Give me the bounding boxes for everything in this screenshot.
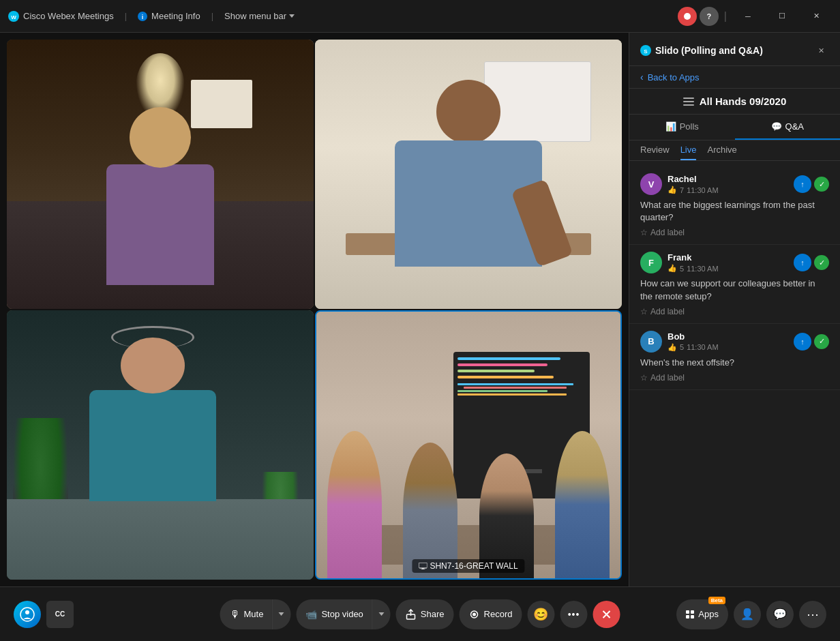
record-label: Record [484, 609, 513, 619]
minimize-icon: ─ [745, 12, 751, 20]
subtab-review[interactable]: Review [640, 145, 670, 160]
video-cell-1 [7, 40, 314, 309]
toolbar-right: Apps Beta 👤 💬 ⋯ [676, 599, 826, 629]
win-separator: | [724, 10, 727, 23]
app-name: W Cisco Webex Meetings [8, 11, 114, 22]
qa-list: V Rachel 👍 7 11:30 AM ↑ [629, 161, 840, 586]
webex-assistant-btn[interactable] [14, 601, 41, 628]
toolbar: CC 🎙 Mute 📹 Stop video [0, 586, 840, 641]
help-icon-btn[interactable]: ? [700, 7, 719, 26]
back-to-apps-btn[interactable]: ‹ Back to Apps [629, 66, 840, 89]
mute-btn-group: 🎙 Mute [220, 599, 291, 629]
qa-item-3: B Bob 👍 5 11:30 AM ↑ [629, 324, 840, 390]
hamburger-line1 [683, 98, 694, 99]
add-label-btn-3[interactable]: ☆ Add label [640, 373, 829, 383]
qa-time-3: 11:30 AM [687, 343, 718, 351]
tab-polls[interactable]: 📊 Polls [629, 115, 735, 140]
main-content: SHN7-16-GREAT WALL S Slido (Polling and … [0, 33, 840, 586]
people-icon: 👤 [740, 608, 754, 621]
back-to-apps-label: Back to Apps [648, 72, 700, 83]
add-label-btn-1[interactable]: ☆ Add label [640, 228, 829, 237]
qa-item-1-header: V Rachel 👍 7 11:30 AM ↑ [640, 173, 829, 195]
hamburger-line2 [683, 101, 694, 102]
titlebar-left: W Cisco Webex Meetings | i Meeting Info … [8, 11, 678, 22]
panel-header: S Slido (Polling and Q&A) ✕ [629, 33, 840, 66]
apps-btn[interactable]: Apps Beta [676, 599, 728, 629]
separator1: | [125, 11, 127, 21]
panel-close-btn[interactable]: ✕ [813, 42, 829, 59]
add-label-text-2: Add label [650, 307, 685, 316]
show-menu-label: Show menu bar [224, 11, 286, 21]
video-btn-group: 📹 Stop video [296, 599, 390, 629]
qa-item-3-header: B Bob 👍 5 11:30 AM ↑ [640, 331, 829, 353]
upvote-btn-1[interactable]: ↑ [794, 175, 811, 193]
qa-name-time-1: Rachel 👍 7 11:30 AM [668, 174, 794, 194]
beta-badge: Beta [708, 597, 725, 604]
check-btn-2[interactable]: ✓ [814, 255, 829, 270]
meeting-info-btn[interactable]: i Meeting Info [138, 11, 200, 21]
close-btn[interactable]: ✕ [800, 5, 832, 27]
apps-label: Apps [698, 609, 719, 619]
mute-chevron-btn[interactable] [271, 599, 290, 629]
video-grid: SHN7-16-GREAT WALL [0, 33, 629, 586]
toolbar-center: 🎙 Mute 📹 Stop video [220, 599, 620, 629]
check-icon-1: ✓ [819, 180, 825, 189]
polls-icon: 📊 [665, 121, 676, 132]
maximize-icon: ☐ [779, 12, 785, 20]
more-options-btn[interactable]: ⋯ [799, 601, 826, 628]
chat-btn[interactable]: 💬 [766, 601, 794, 628]
stop-video-btn[interactable]: 📹 Stop video [296, 599, 371, 629]
minimize-btn[interactable]: ─ [732, 5, 764, 27]
qa-name-time-2: Frank 👍 5 11:30 AM [668, 252, 794, 273]
star-icon-3: ☆ [640, 373, 648, 383]
reactions-btn[interactable]: 😊 [527, 601, 554, 628]
qa-time-2: 11:30 AM [687, 265, 718, 273]
titlebar: W Cisco Webex Meetings | i Meeting Info … [0, 0, 840, 33]
hamburger-menu-btn[interactable] [683, 98, 694, 106]
mic-icon: 🎙 [230, 608, 240, 620]
record-btn[interactable]: Record [460, 599, 522, 629]
maximize-btn[interactable]: ☐ [766, 5, 798, 27]
apps-grid-icon [686, 610, 694, 618]
check-btn-1[interactable]: ✓ [814, 177, 829, 192]
qa-avatar-2: F [640, 252, 662, 273]
video-cell-2 [315, 40, 622, 309]
add-label-text-1: Add label [650, 228, 685, 237]
upvote-icon-3: ↑ [800, 338, 805, 346]
qa-question-2: How can we support our colleagues better… [640, 278, 829, 302]
record-dot-icon [684, 13, 691, 20]
meeting-name: All Hands 09/2020 [700, 95, 787, 107]
svg-text:S: S [644, 48, 648, 55]
captions-btn[interactable]: CC [46, 601, 74, 628]
thumbs-up-icon-2: 👍 [668, 264, 677, 273]
upvote-icon-1: ↑ [800, 180, 805, 188]
participants-btn[interactable]: 👤 [734, 601, 761, 628]
video-cell-4-label: SHN7-16-GREAT WALL [412, 559, 524, 573]
more-btn[interactable]: ••• [560, 601, 587, 628]
video-chevron-icon [378, 612, 384, 616]
qa-meta-3: 👍 5 11:30 AM [668, 343, 794, 352]
end-call-btn[interactable] [592, 601, 620, 628]
qa-avatar-1: V [640, 173, 662, 195]
video-chevron-btn[interactable] [372, 599, 391, 629]
close-icon: ✕ [813, 12, 820, 20]
tab-qa[interactable]: 💬 Q&A [735, 115, 841, 140]
subtab-archive[interactable]: Archive [707, 145, 736, 160]
end-call-icon [600, 608, 612, 621]
svg-point-4 [684, 13, 691, 20]
mute-btn[interactable]: 🎙 Mute [220, 599, 272, 629]
panel-meeting-title-row: All Hands 09/2020 [629, 89, 840, 115]
share-btn[interactable]: Share [396, 599, 454, 629]
add-label-btn-2[interactable]: ☆ Add label [640, 307, 829, 316]
panel-subtabs: Review Live Archive [629, 140, 840, 161]
show-menu-btn[interactable]: Show menu bar [224, 11, 295, 21]
chat-icon: 💬 [773, 608, 787, 621]
captions-icon: CC [55, 610, 65, 618]
check-btn-3[interactable]: ✓ [814, 334, 829, 349]
svg-point-16 [472, 612, 476, 616]
subtab-live[interactable]: Live [680, 145, 697, 160]
upvote-btn-3[interactable]: ↑ [794, 333, 811, 351]
qa-icon: 💬 [771, 121, 782, 132]
star-icon-1: ☆ [640, 228, 648, 237]
upvote-btn-2[interactable]: ↑ [794, 254, 811, 271]
